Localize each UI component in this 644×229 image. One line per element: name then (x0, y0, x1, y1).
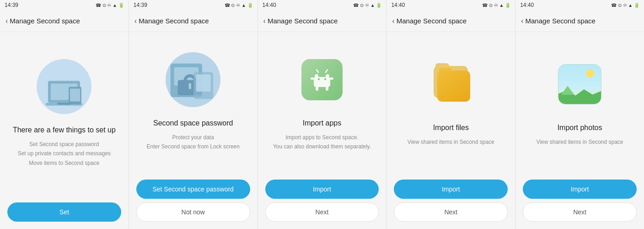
back-arrow-icon-4: ‹ (392, 17, 394, 25)
status-time-3: 14:40 (263, 2, 276, 8)
nav-title-1: Manage Second space (10, 17, 80, 25)
back-button-1[interactable]: ‹ Manage Second space (5, 17, 80, 25)
back-arrow-icon-3: ‹ (263, 17, 266, 25)
status-time-5: 14:40 (520, 2, 534, 8)
content-1: There are a few things to set up Set Sec… (0, 32, 129, 197)
sub-text-3: Import apps to Second space. You can als… (273, 133, 371, 152)
nav-bar-4: ‹ Manage Second space (386, 10, 515, 32)
svg-rect-5 (70, 89, 80, 102)
primary-button-5[interactable]: Import (523, 180, 637, 199)
sub-line-3-0: Import apps to Second space. (273, 133, 371, 142)
photos-icon-5 (558, 64, 601, 104)
status-bar-3: 14:40 ☎ ⊙ ♾ ▲ 🔋 (258, 0, 386, 10)
status-icons-1: ☎ ⊙ ♾ ▲ 🔋 (96, 3, 124, 8)
back-button-4[interactable]: ‹ Manage Second space (392, 17, 467, 25)
svg-rect-22 (311, 77, 314, 80)
sub-line-1-1: Set up private contacts and messages (18, 149, 111, 158)
content-5: Import photos View shared items in Secon… (515, 32, 644, 174)
status-bar-1: 14:39 ☎ ⊙ ♾ ▲ 🔋 (0, 0, 129, 10)
back-button-3[interactable]: ‹ Manage Second space (263, 17, 338, 25)
status-icons-3: ☎ ⊙ ♾ ▲ 🔋 (353, 3, 381, 8)
status-time-4: 14:40 (391, 2, 405, 8)
sub-text-4: View shared items in Second space (408, 137, 494, 147)
status-time-1: 14:39 (5, 2, 18, 8)
status-time-2: 14:39 (134, 2, 147, 8)
nav-title-4: Manage Second space (397, 17, 467, 25)
back-arrow-icon-1: ‹ (5, 17, 8, 25)
svg-rect-20 (316, 86, 318, 91)
secondary-button-4[interactable]: Next (394, 202, 508, 222)
sub-line-1-0: Set Second space password (18, 140, 111, 149)
files-icon-4 (429, 61, 472, 107)
main-title-4: Import files (433, 123, 469, 133)
primary-button-2[interactable]: Set Second space password (136, 180, 250, 199)
nav-title-5: Manage Second space (526, 17, 596, 25)
screen-4: 14:40 ☎ ⊙ ♾ ▲ 🔋 ‹ Manage Second space I (386, 0, 515, 229)
svg-rect-15 (314, 77, 330, 87)
svg-rect-10 (189, 83, 191, 89)
status-bar-5: 14:40 ☎ ⊙ ♾ ▲ 🔋 (515, 0, 644, 10)
svg-point-18 (318, 78, 320, 80)
nav-title-3: Manage Second space (268, 17, 338, 25)
content-4: Import files View shared items in Second… (386, 32, 515, 174)
nav-bar-5: ‹ Manage Second space (515, 10, 644, 32)
svg-rect-21 (326, 86, 328, 91)
footer-2: Set Second space password Not now (129, 174, 258, 229)
status-bar-4: 14:40 ☎ ⊙ ♾ ▲ 🔋 (386, 0, 515, 10)
sub-line-1-2: Move items to Second space (18, 158, 111, 168)
primary-button-4[interactable]: Import (394, 180, 508, 199)
sub-text-1: Set Second space password Set up private… (18, 140, 111, 168)
footer-4: Import Next (386, 174, 515, 229)
svg-point-19 (324, 78, 326, 80)
back-arrow-icon-2: ‹ (134, 17, 137, 25)
footer-1: Set (0, 197, 129, 229)
laptop-icon-1 (37, 59, 91, 114)
nav-bar-1: ‹ Manage Second space (0, 10, 129, 32)
status-icons-4: ☎ ⊙ ♾ ▲ 🔋 (482, 3, 510, 8)
svg-line-16 (317, 70, 318, 72)
footer-5: Import Next (515, 174, 644, 229)
sub-line-2-0: Protect your data (146, 133, 239, 142)
svg-rect-23 (330, 77, 333, 80)
main-title-2: Second space password (153, 119, 233, 128)
primary-button-3[interactable]: Import (265, 180, 379, 199)
svg-line-17 (326, 70, 327, 72)
icon-container-3 (292, 50, 352, 109)
nav-title-2: Manage Second space (139, 17, 209, 25)
icon-container-5 (550, 55, 610, 114)
lock-icon-2 (166, 52, 220, 107)
content-2: Second space password Protect your data … (129, 32, 258, 174)
icon-container-1 (34, 57, 94, 116)
screen-5: 14:40 ☎ ⊙ ♾ ▲ 🔋 ‹ Manage Second space (515, 0, 644, 229)
back-button-5[interactable]: ‹ Manage Second space (521, 17, 596, 25)
screen-2: 14:39 ☎ ⊙ ♾ ▲ 🔋 ‹ Manage Second space (129, 0, 258, 229)
status-bar-2: 14:39 ☎ ⊙ ♾ ▲ 🔋 (129, 0, 258, 10)
nav-bar-2: ‹ Manage Second space (129, 10, 258, 32)
sub-line-4-0: View shared items in Second space (408, 137, 494, 147)
secondary-button-3[interactable]: Next (265, 202, 379, 222)
sub-text-2: Protect your data Enter Second space fro… (146, 133, 239, 152)
icon-container-4 (421, 55, 481, 114)
screen-3: 14:40 ☎ ⊙ ♾ ▲ 🔋 ‹ Manage Second space (258, 0, 387, 229)
back-arrow-icon-5: ‹ (521, 17, 523, 25)
screen-1: 14:39 ☎ ⊙ ♾ ▲ 🔋 ‹ Manage Second space (0, 0, 129, 229)
nav-bar-3: ‹ Manage Second space (258, 10, 386, 32)
secondary-button-5[interactable]: Next (523, 202, 637, 222)
sub-text-5: View shared items in Second space (537, 137, 623, 147)
sub-line-3-1: You can also download them separately. (273, 142, 371, 151)
android-icon-3 (301, 59, 343, 100)
status-icons-2: ☎ ⊙ ♾ ▲ 🔋 (225, 3, 253, 8)
primary-button-1[interactable]: Set (7, 202, 121, 222)
main-title-5: Import photos (558, 123, 602, 133)
sub-line-2-1: Enter Second space from Lock screen (146, 142, 239, 151)
sub-line-5-0: View shared items in Second space (537, 137, 623, 147)
svg-rect-12 (196, 74, 211, 91)
icon-container-2 (163, 50, 223, 109)
footer-3: Import Next (258, 174, 386, 229)
main-title-1: There are a few things to set up (13, 125, 116, 135)
main-title-3: Import apps (303, 119, 341, 128)
screens-container: 14:39 ☎ ⊙ ♾ ▲ 🔋 ‹ Manage Second space (0, 0, 644, 229)
secondary-button-2[interactable]: Not now (136, 202, 250, 222)
status-icons-5: ☎ ⊙ ♾ ▲ 🔋 (611, 3, 639, 8)
back-button-2[interactable]: ‹ Manage Second space (134, 17, 209, 25)
